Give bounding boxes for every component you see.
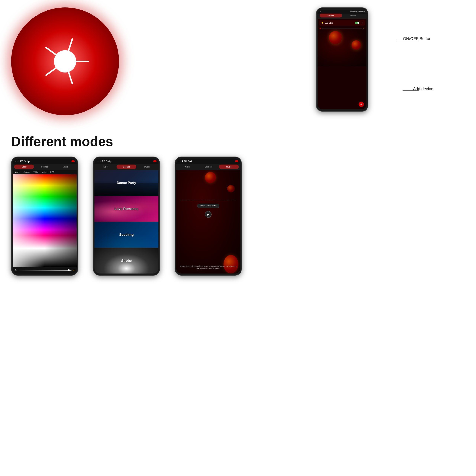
- scene-strobe-label: Strobe: [121, 259, 132, 263]
- color-mode-header: ← LED Strip: [13, 159, 77, 164]
- phone-color-mode: ← LED Strip Color Scenes Music Color Cus…: [11, 156, 78, 275]
- tab-rooms[interactable]: Rooms: [342, 14, 365, 17]
- back-arrow-scenes[interactable]: ←: [96, 160, 99, 163]
- scene-dance-party[interactable]: Dance Party: [94, 170, 158, 196]
- scenes-mode-tabs: Color Scenes Music: [94, 164, 158, 170]
- back-arrow-music[interactable]: ←: [178, 160, 181, 163]
- tab-music-color[interactable]: Color: [178, 165, 198, 169]
- brightness-sun-icon: ☀: [73, 269, 75, 271]
- subtab-color[interactable]: Color: [14, 171, 21, 174]
- brightness-bar[interactable]: [322, 28, 362, 28]
- annotation-line-add: [403, 90, 419, 91]
- device-name: LED Strip: [325, 22, 354, 24]
- phone-bg-dark: [318, 29, 366, 66]
- brightness-dot: [320, 28, 321, 29]
- phones-row: ← LED Strip Color Scenes Music Color Cus…: [11, 156, 465, 275]
- scene-soothing-label: Soothing: [119, 233, 134, 237]
- scene-strobe[interactable]: Strobe: [94, 248, 158, 274]
- tab-scenes-color[interactable]: Color: [96, 165, 116, 169]
- hanging-ball-1: [329, 31, 342, 44]
- scene-dance-label: Dance Party: [117, 181, 136, 185]
- device-icon: 💡: [321, 22, 323, 24]
- hanging-ball-2: [352, 40, 361, 50]
- sun-icon: ☀: [363, 27, 365, 29]
- tab-devices[interactable]: Devices: [320, 14, 342, 17]
- annotation-line-on-off: [396, 40, 418, 40]
- modes-section: Different modes ← LED Strip Color Scenes…: [11, 134, 465, 275]
- play-button[interactable]: ▶: [205, 211, 212, 218]
- slider-thumb: [68, 269, 70, 271]
- subtab-custom[interactable]: Custom: [22, 171, 31, 174]
- top-tab-bar: Devices Rooms: [318, 14, 366, 18]
- led-strip-image: [11, 7, 119, 115]
- music-description: You can feel the lighting effects based …: [179, 265, 238, 270]
- subtab-white[interactable]: White: [32, 171, 39, 174]
- add-device-button[interactable]: +: [359, 102, 364, 107]
- color-header-title: LED Strip: [18, 160, 70, 163]
- tab-color-music[interactable]: Music: [55, 165, 75, 169]
- tab-color-color[interactable]: Color: [14, 165, 34, 169]
- scene-love-romance[interactable]: Love Romance: [94, 196, 158, 222]
- phone-music-mode: ← LED Strip Color Scenes Music START MUS…: [175, 156, 242, 275]
- music-mode-tabs: Color Scenes Music: [176, 164, 240, 170]
- tab-scenes-music[interactable]: Music: [137, 165, 157, 169]
- subtab-rgb[interactable]: RGB: [49, 171, 55, 174]
- device-toggle[interactable]: [355, 22, 359, 24]
- top-section: ☰ Vithamas GloSmart Devices Rooms 💡 LED …: [0, 7, 476, 123]
- scenes-content: Dance Party Love Romance Soothing Strobe: [94, 170, 158, 273]
- phone-scenes-mode: ← LED Strip Color Scenes Music Dance Par…: [93, 156, 160, 275]
- subtab-voice[interactable]: Voice: [41, 171, 48, 174]
- music-ball-2: [227, 185, 235, 192]
- back-arrow-color[interactable]: ←: [15, 160, 17, 163]
- tab-scenes-scenes[interactable]: Scenes: [117, 165, 136, 169]
- scenes-header-title: LED Strip: [101, 160, 152, 163]
- dots-icon[interactable]: ⊙: [15, 269, 17, 272]
- music-content: START MUSIC MODE ▶ You can feel the ligh…: [176, 170, 240, 273]
- annotation-add-device: Add device: [413, 86, 433, 91]
- music-header-title: LED Strip: [182, 160, 234, 163]
- color-palette[interactable]: [13, 174, 77, 267]
- scenes-mode-header: ← LED Strip: [94, 159, 158, 164]
- mode-indicator-color: [71, 160, 75, 162]
- tab-color-scenes[interactable]: Scenes: [35, 165, 55, 169]
- device-row: 💡 LED Strip ⋮: [319, 20, 365, 26]
- modes-title: Different modes: [11, 134, 465, 149]
- color-bottom-bar: ⊙ ☀: [13, 267, 77, 273]
- music-ball-3: [223, 255, 238, 273]
- scene-romance-label: Love Romance: [115, 207, 138, 211]
- annotation-on-off: ON/OFF Button: [403, 36, 431, 41]
- music-mode-header: ← LED Strip: [176, 159, 240, 164]
- music-ball-1: [205, 172, 216, 183]
- brightness-row: ☀: [318, 27, 366, 29]
- music-dashes: [180, 200, 237, 200]
- tab-music-scenes[interactable]: Scenes: [198, 165, 218, 169]
- start-music-button[interactable]: START MUSIC MODE: [197, 204, 220, 208]
- scene-soothing[interactable]: Soothing: [94, 222, 158, 248]
- mode-indicator-scenes: [153, 160, 156, 162]
- color-subtabs: Color Custom White Voice RGB: [13, 170, 77, 174]
- app-title-top: Vithamas GloSmart: [350, 11, 365, 13]
- phone-top-mockup: ☰ Vithamas GloSmart Devices Rooms 💡 LED …: [316, 7, 368, 112]
- tab-music-music[interactable]: Music: [219, 165, 239, 169]
- mode-indicator-music: [235, 160, 238, 162]
- status-bar: ☰ Vithamas GloSmart: [318, 10, 366, 14]
- brightness-slider[interactable]: [18, 270, 72, 271]
- color-mode-tabs: Color Scenes Music: [13, 164, 77, 170]
